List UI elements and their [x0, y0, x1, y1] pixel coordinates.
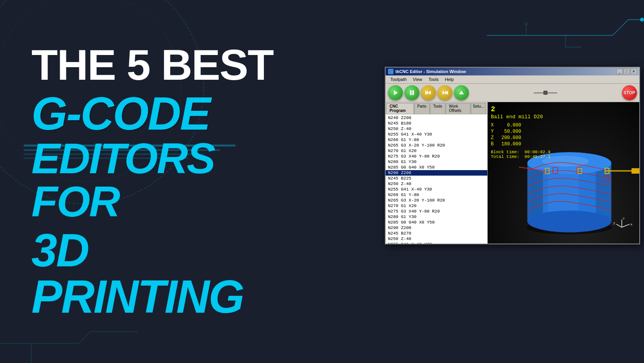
coord-label-x: X [491, 122, 499, 128]
titlebar-buttons[interactable]: _ □ ✕ [617, 69, 637, 74]
code-line[interactable]: N290 Z200 [386, 225, 487, 231]
menu-tools[interactable]: Tools [425, 76, 442, 82]
code-line[interactable]: N275 G3 X40 Y-80 R20 [386, 209, 487, 214]
coord-row-z: Z 200.000 [491, 135, 527, 141]
stop-button[interactable]: STOP [622, 85, 637, 100]
progress-thumb[interactable] [543, 91, 547, 95]
code-line[interactable]: N265 G3 X-20 Y-100 R20 [386, 198, 487, 203]
total-time: Total time: 00:45:27.1 [491, 154, 551, 159]
code-line[interactable]: N280 G1 Y30 [386, 214, 487, 220]
pause-button[interactable] [404, 85, 419, 100]
menu-toolpath[interactable]: Toolpath [387, 76, 410, 82]
toolbar: STOP [386, 84, 639, 102]
window-icon [388, 69, 393, 74]
svg-marker-15 [428, 91, 431, 95]
coord-value-x: 0.000 [499, 122, 527, 128]
close-button[interactable]: ✕ [631, 69, 637, 74]
coord-label-y: Y [491, 128, 499, 135]
menu-help[interactable]: Help [442, 76, 457, 82]
titlebar-title-area: tkCNC Editor - Simulation Window [388, 69, 466, 74]
code-line[interactable]: N280 G1 Y30 [386, 159, 487, 165]
svg-rect-38 [631, 168, 639, 174]
coord-row-b: B 180.000 [491, 141, 527, 147]
coord-table: X 0.000 Y 50.000 Z 200.000 B [491, 122, 527, 147]
forward-button[interactable] [437, 85, 452, 100]
code-line[interactable]: N270 G1 X20 [386, 148, 487, 154]
svg-marker-18 [443, 91, 445, 95]
svg-rect-17 [425, 91, 426, 95]
code-line[interactable]: N245 B225 [386, 176, 487, 181]
svg-point-28 [527, 211, 611, 232]
progress-slider-area [470, 92, 620, 94]
svg-point-3 [640, 18, 644, 22]
coord-value-b: 180.000 [499, 141, 527, 147]
cnc-window: tkCNC Editor - Simulation Window _ □ ✕ T… [385, 67, 640, 244]
coord-label-z: Z [491, 135, 499, 141]
code-line[interactable]: N240 Z200 [386, 115, 487, 121]
tab-parts[interactable]: Parts [414, 103, 430, 114]
tabs-bar: CNC Program Parts Tools Work Offsets Set… [386, 102, 487, 114]
svg-line-40 [622, 224, 629, 227]
code-line[interactable]: N250 Z-40 [386, 126, 487, 132]
svg-rect-25 [527, 163, 543, 221]
code-line[interactable]: N260 G1 Y-80 [386, 137, 487, 143]
maximize-button[interactable]: □ [624, 69, 630, 74]
code-line[interactable]: N285 G0 G40 X0 Y50 [386, 220, 487, 225]
code-line[interactable]: N260 G1 Y-80 [386, 192, 487, 198]
tab-cnc-program[interactable]: CNC Program [386, 103, 414, 114]
tool-name: Ball end mill D20 [491, 114, 551, 120]
code-line[interactable]: N290 Z200 [386, 170, 487, 176]
window-titlebar: tkCNC Editor - Simulation Window _ □ ✕ [386, 68, 639, 75]
code-line[interactable]: N265 G3 X-20 Y-100 R20 [386, 143, 487, 148]
menu-bar: Toolpath View Tools Help [386, 75, 639, 84]
minimize-button[interactable]: _ [617, 69, 623, 74]
code-line[interactable]: N255 G41 X-40 Y30 [386, 187, 487, 192]
play-button[interactable] [388, 85, 403, 100]
main-area: CNC Program Parts Tools Work Offsets Set… [386, 102, 639, 244]
code-line[interactable]: N285 G0 G40 X0 Y50 [386, 165, 487, 170]
code-line[interactable]: N255 G41 X-40 Y30 [386, 132, 487, 137]
code-list[interactable]: N240 Z200N245 B180N250 Z-40N255 G41 X-40… [386, 114, 487, 244]
svg-marker-21 [459, 91, 464, 94]
svg-point-7 [525, 22, 527, 25]
code-line[interactable]: N250 Z-40 [386, 236, 487, 242]
svg-rect-13 [410, 90, 412, 95]
code-line[interactable]: N255 G41 X-40 Y30 [386, 242, 487, 244]
coord-value-y: 50.000 [499, 128, 527, 135]
code-line[interactable]: N245 B180 [386, 121, 487, 126]
window-title: tkCNC Editor - Simulation Window [395, 69, 466, 74]
svg-text:Y: Y [622, 217, 625, 220]
code-line[interactable]: N275 G3 X40 Y-80 R20 [386, 154, 487, 159]
svg-rect-20 [447, 91, 448, 95]
tab-work-offsets[interactable]: Work Offsets [446, 103, 470, 114]
main-content: THE 5 BEST G-CODE EDITORS FOR 3D PRINTIN… [0, 0, 314, 363]
simulation-info: 2 Ball end mill D20 X 0.000 Y 50.000 Z [491, 105, 551, 159]
block-time: Block time: 00:00:02.9 [491, 150, 551, 154]
stop-label: STOP [624, 90, 635, 95]
code-line[interactable]: N270 G1 X20 [386, 203, 487, 209]
simulation-pane: 2 Ball end mill D20 X 0.000 Y 50.000 Z [488, 102, 639, 244]
tab-tools[interactable]: Tools [430, 103, 445, 114]
svg-text:Z: Z [613, 222, 615, 225]
menu-view[interactable]: View [410, 76, 426, 82]
coord-label-b: B [491, 141, 499, 147]
svg-marker-12 [394, 90, 398, 95]
tool-number: 2 [491, 105, 551, 113]
rewind-button[interactable] [421, 85, 436, 100]
left-pane: CNC Program Parts Tools Work Offsets Set… [386, 102, 488, 244]
svg-line-1 [613, 20, 628, 35]
progress-track [534, 92, 557, 94]
svg-text:X: X [630, 223, 633, 226]
step-up-button[interactable] [454, 85, 469, 100]
circuit-lines-top-right [487, 12, 644, 59]
svg-line-44 [617, 224, 622, 227]
svg-rect-14 [412, 90, 414, 95]
coord-row-y: Y 50.000 [491, 128, 527, 135]
tab-more[interactable]: Setu... [471, 103, 486, 114]
code-line[interactable]: N250 Z-40 [386, 181, 487, 187]
code-line[interactable]: N245 B270 [386, 231, 487, 236]
headline-line3: EDITORS FOR [31, 137, 291, 223]
time-info: Block time: 00:00:02.9 Total time: 00:45… [491, 150, 551, 159]
headline-line1: THE 5 BEST [31, 43, 291, 86]
coord-value-z: 200.000 [499, 135, 527, 141]
